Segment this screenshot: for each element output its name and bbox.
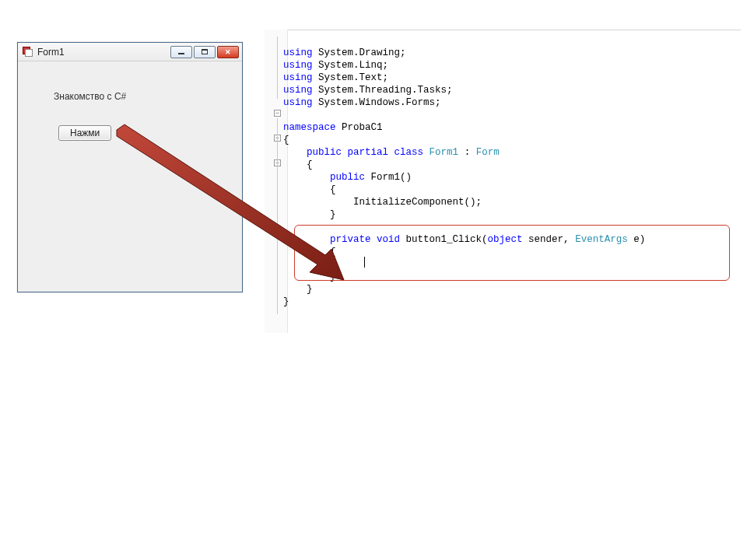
code-editor[interactable]: − − − using System.Drawing; using System…	[265, 30, 741, 333]
winforms-window: Form1 ✕ Знакомство с C# Нажми	[17, 42, 243, 292]
text-caret	[364, 257, 365, 268]
type-name: Form1	[430, 147, 459, 158]
code-text: :	[458, 147, 476, 158]
kw-using: using	[283, 60, 313, 71]
maximize-icon	[202, 49, 208, 54]
minimize-icon	[178, 53, 184, 54]
kw-public: public	[330, 172, 365, 183]
type-name: Form	[476, 147, 500, 158]
brace: }	[283, 209, 336, 220]
press-button[interactable]: Нажми	[58, 125, 111, 141]
minimize-button[interactable]	[170, 46, 192, 58]
fold-guide	[277, 118, 278, 314]
code-text: System.Text;	[313, 72, 389, 83]
code-text: System.Drawing;	[313, 47, 406, 58]
maximize-button[interactable]	[194, 46, 216, 58]
close-button[interactable]: ✕	[217, 46, 239, 58]
brace: {	[283, 135, 289, 145]
fold-guide	[277, 37, 278, 99]
close-icon: ✕	[225, 48, 231, 56]
code-text: System.Linq;	[313, 60, 389, 71]
intro-label: Знакомство с C#	[54, 91, 126, 102]
window-title: Form1	[37, 47, 65, 58]
brace: }	[283, 284, 313, 295]
form-icon	[23, 47, 33, 58]
kw-using: using	[283, 72, 313, 83]
highlight-box	[294, 225, 730, 281]
kw-using: using	[283, 47, 313, 58]
kw-namespace: namespace	[283, 122, 336, 133]
code-text: Form1()	[365, 172, 412, 183]
form-client-area: Знакомство с C# Нажми	[18, 61, 242, 292]
code-text: ProbaC1	[336, 122, 383, 133]
kw-using: using	[283, 97, 313, 108]
editor-divider	[265, 30, 741, 30]
titlebar[interactable]: Form1 ✕	[18, 43, 242, 61]
code-text: InitializeComponent();	[283, 197, 482, 208]
fold-toggle-icon[interactable]: −	[274, 110, 281, 117]
kw-class: class	[395, 147, 424, 158]
brace: {	[283, 184, 336, 195]
code-text: System.Windows.Forms;	[313, 97, 441, 108]
code-text: System.Threading.Tasks;	[313, 85, 453, 96]
kw-using: using	[283, 85, 313, 96]
brace: }	[283, 296, 289, 307]
kw-public: public	[307, 147, 342, 158]
brace: {	[283, 159, 313, 170]
kw-partial: partial	[348, 147, 389, 158]
